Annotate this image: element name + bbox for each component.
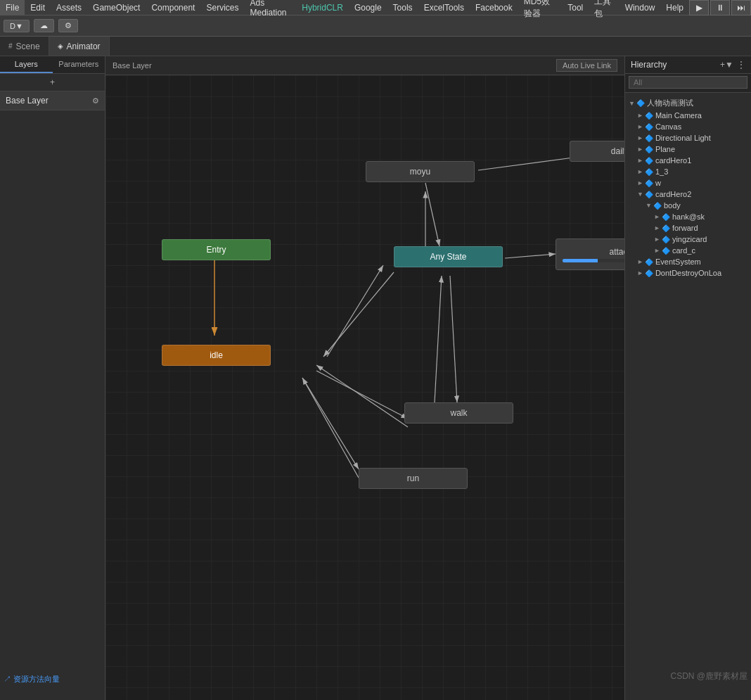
menu-facebook[interactable]: Facebook xyxy=(470,0,518,15)
dropdown-label: D▼ xyxy=(10,22,23,30)
menu-google[interactable]: Google xyxy=(349,0,387,15)
menu-window[interactable]: Window xyxy=(620,0,661,15)
tree-arrow-icon: ► xyxy=(637,146,643,153)
menu-component[interactable]: Component xyxy=(146,0,200,15)
tree-item-label: EventSystem xyxy=(655,257,701,266)
tree-arrow-icon: ► xyxy=(637,168,643,175)
tree-item[interactable]: ►🔷DontDestroyOnLoa xyxy=(625,267,751,279)
svg-line-4 xyxy=(323,272,394,357)
menu-toolkit[interactable]: 工具包 xyxy=(589,0,619,15)
tree-node-icon: 🔷 xyxy=(645,123,653,131)
node-any-state-label: Any State xyxy=(430,252,466,262)
node-walk[interactable]: walk xyxy=(404,402,513,424)
tree-node-icon: 🔷 xyxy=(645,146,653,153)
tree-arrow-icon: ► xyxy=(654,213,660,220)
node-moyu-label: moyu xyxy=(410,167,430,177)
toolbar: D▼ ☁ ⚙ xyxy=(0,15,751,37)
tree-item[interactable]: ▼🔷人物动画测试 xyxy=(625,96,751,110)
menu-help[interactable]: Help xyxy=(660,0,689,15)
menu-file[interactable]: File xyxy=(0,0,25,15)
cloud-btn[interactable]: ☁ xyxy=(34,19,54,32)
tree-item[interactable]: ►🔷w xyxy=(625,177,751,189)
menu-assets[interactable]: Assets xyxy=(51,0,87,15)
menu-services[interactable]: Services xyxy=(200,0,244,15)
tree-arrow-icon: ► xyxy=(637,112,643,119)
tree-item[interactable]: ►🔷yingzicard xyxy=(625,234,751,245)
node-entry[interactable]: Entry xyxy=(162,239,271,260)
tree-item[interactable]: ►🔷Canvas xyxy=(625,121,751,132)
parameters-tab[interactable]: Parameters xyxy=(53,56,105,73)
tree-node-icon: 🔷 xyxy=(645,168,653,176)
hierarchy-more-button[interactable]: ⋮ xyxy=(737,60,745,70)
auto-live-link-button[interactable]: Auto Live Link xyxy=(556,59,617,72)
tree-node-icon: 🔷 xyxy=(662,236,670,243)
node-walk-label: walk xyxy=(450,408,467,418)
layers-tab[interactable]: Layers xyxy=(0,56,53,73)
svg-line-10 xyxy=(316,371,408,419)
menu-edit[interactable]: Edit xyxy=(25,0,51,15)
animator-canvas[interactable]: Base Layer Auto Live Link xyxy=(105,56,624,700)
base-layer-item[interactable]: Base Layer ⚙ xyxy=(0,91,105,110)
tree-item[interactable]: ►🔷card_c xyxy=(625,245,751,256)
tree-item[interactable]: ►🔷cardHero1 xyxy=(625,155,751,166)
main-content: Layers Parameters + Base Layer ⚙ Base La… xyxy=(0,56,751,700)
menu-tools[interactable]: Tools xyxy=(387,0,418,15)
tree-arrow-icon: ▼ xyxy=(629,100,635,107)
tree-item[interactable]: ▼🔷body xyxy=(625,200,751,211)
tree-item-label: forward xyxy=(672,224,698,232)
layer-gear-icon[interactable]: ⚙ xyxy=(92,96,99,106)
node-dailyac[interactable]: dailyac xyxy=(570,141,624,162)
menu-gameobject[interactable]: GameObject xyxy=(87,0,146,15)
tree-item-label: hank@sk xyxy=(672,212,705,221)
tree-item[interactable]: ►🔷1_3 xyxy=(625,166,751,177)
tree-arrow-icon: ▼ xyxy=(637,191,643,198)
tree-item[interactable]: ▼🔷cardHero2 xyxy=(625,189,751,200)
tree-item-label: cardHero2 xyxy=(655,190,691,198)
svg-line-12 xyxy=(302,378,359,469)
dropdown-btn[interactable]: D▼ xyxy=(4,20,30,32)
node-attack[interactable]: attack xyxy=(556,238,624,270)
canvas-area[interactable]: Entry Any State idle moyu dailyac attack xyxy=(105,75,624,700)
tree-item[interactable]: ►🔷forward xyxy=(625,222,751,234)
menubar: File Edit Assets GameObject Component Se… xyxy=(0,0,751,15)
tree-item[interactable]: ►🔷Directional Light xyxy=(625,132,751,144)
tree-item[interactable]: ►🔷hank@sk xyxy=(625,211,751,222)
node-moyu[interactable]: moyu xyxy=(366,161,475,182)
menu-ads-mediation[interactable]: Ads Mediation xyxy=(244,0,296,15)
pause-button[interactable]: ⏸ xyxy=(710,0,730,15)
hierarchy-add-button[interactable]: +▼ xyxy=(720,60,733,70)
tree-item[interactable]: ►🔷EventSystem xyxy=(625,256,751,267)
step-button[interactable]: ⏭ xyxy=(731,0,751,15)
tree-item-label: Plane xyxy=(655,145,675,153)
add-layer-button[interactable]: + xyxy=(0,74,105,91)
node-any-state[interactable]: Any State xyxy=(394,246,503,267)
tab-animator-label: Animator xyxy=(67,42,101,51)
tree-node-icon: 🔷 xyxy=(662,247,670,255)
bottom-link[interactable]: ↗ 资源方法向量 xyxy=(4,674,60,685)
tree-item-label: DontDestroyOnLoa xyxy=(655,269,721,277)
menu-md5[interactable]: MD5效验器 xyxy=(518,0,563,15)
play-button[interactable]: ▶ xyxy=(689,0,709,15)
tree-node-icon: 🔷 xyxy=(662,213,670,221)
node-run[interactable]: run xyxy=(359,468,468,489)
play-controls: ▶ ⏸ ⏭ xyxy=(689,0,751,15)
node-idle[interactable]: idle xyxy=(162,345,271,366)
tree-item[interactable]: ►🔷Main Camera xyxy=(625,110,751,121)
settings-btn[interactable]: ⚙ xyxy=(58,19,78,32)
menu-tool[interactable]: Tool xyxy=(562,0,589,15)
right-panel: Hierarchy +▼ ⋮ ▼🔷人物动画测试►🔷Main Camera►🔷Ca… xyxy=(624,56,751,700)
tree-item-label: 人物动画测试 xyxy=(647,98,693,108)
tree-node-icon: 🔷 xyxy=(645,191,653,198)
tab-scene[interactable]: # Scene xyxy=(0,37,49,56)
menu-hybridclr[interactable]: HybridCLR xyxy=(296,0,349,15)
hierarchy-search-container xyxy=(625,74,751,93)
tree-node-icon: 🔷 xyxy=(645,269,653,277)
tree-item[interactable]: ►🔷Plane xyxy=(625,144,751,155)
hierarchy-header: Hierarchy +▼ ⋮ xyxy=(625,56,751,74)
tab-animator[interactable]: ◈ Animator xyxy=(49,37,110,56)
tree-item-label: card_c xyxy=(672,246,695,255)
hierarchy-search-input[interactable] xyxy=(629,76,747,89)
menu-exceltools[interactable]: ExcelTools xyxy=(418,0,470,15)
svg-line-9 xyxy=(505,254,556,258)
tree-item-label: yingzicard xyxy=(672,235,707,243)
